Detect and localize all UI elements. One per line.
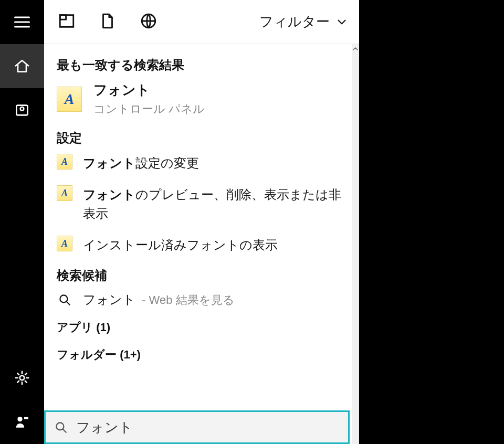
best-match-subtitle: コントロール パネル <box>93 101 205 117</box>
best-match-title: フォント <box>93 81 205 99</box>
camera-icon <box>14 102 30 119</box>
filter-dropdown[interactable]: フィルター <box>259 13 349 31</box>
svg-point-2 <box>20 376 25 380</box>
search-input-value: フォント <box>76 418 133 437</box>
filter-label: フィルター <box>259 13 330 31</box>
section-header-best-match: 最も一致する検索結果 <box>57 57 352 73</box>
home-button[interactable] <box>0 44 44 88</box>
tab-web[interactable] <box>140 12 158 32</box>
home-icon <box>14 58 30 75</box>
search-input[interactable]: フォント <box>44 410 350 444</box>
search-panel-top: フィルター <box>44 0 359 44</box>
search-panel: フィルター 最も一致する検索結果 A フォント コントロール パネル <box>44 0 359 444</box>
web-suggestion-query: フォント <box>83 292 135 306</box>
chevron-down-icon <box>335 15 349 29</box>
svg-rect-4 <box>24 417 28 419</box>
apps-tab-icon <box>58 12 76 30</box>
person-icon <box>14 414 30 430</box>
hamburger-icon <box>13 13 32 31</box>
settings-item-bold: フォント <box>83 187 135 202</box>
settings-item-0[interactable]: A フォント設定の変更 <box>57 154 352 173</box>
svg-rect-6 <box>60 15 66 19</box>
account-button[interactable] <box>0 400 44 444</box>
section-header-suggestions: 検索候補 <box>57 267 352 284</box>
category-apps-count: (1) <box>96 321 110 334</box>
search-results-body: 最も一致する検索結果 A フォント コントロール パネル 設定 A フォント設定… <box>44 44 359 444</box>
best-match-result[interactable]: A フォント コントロール パネル <box>57 81 352 117</box>
category-apps[interactable]: アプリ (1) <box>57 320 352 335</box>
category-apps-label: アプリ <box>57 321 93 334</box>
font-item-icon: A <box>57 185 72 201</box>
document-tab-icon <box>99 12 117 30</box>
settings-item-2[interactable]: A インストール済みフォントの表示 <box>57 236 352 255</box>
category-folders[interactable]: フォルダー (1+) <box>57 347 352 363</box>
gear-icon <box>14 369 30 386</box>
fonts-folder-icon: A <box>57 87 82 112</box>
web-tab-icon <box>140 12 158 30</box>
tab-apps[interactable] <box>58 12 76 32</box>
search-icon <box>53 419 69 435</box>
web-suggestion-suffix: - Web 結果を見る <box>139 293 235 306</box>
category-folders-count: (1+) <box>120 348 141 361</box>
web-suggestion[interactable]: フォント - Web 結果を見る <box>57 291 352 308</box>
tab-documents[interactable] <box>99 12 117 32</box>
settings-item-bold: フォント <box>83 156 135 170</box>
menu-button[interactable] <box>0 0 44 44</box>
font-item-icon: A <box>57 154 72 170</box>
category-folders-label: フォルダー <box>57 348 117 361</box>
scrollbar-up[interactable] <box>352 44 359 54</box>
settings-item-1[interactable]: A フォントのプレビュー、削除、表示または非表示 <box>57 185 352 223</box>
timeline-button[interactable] <box>0 88 44 132</box>
font-item-icon: A <box>57 236 72 251</box>
svg-point-1 <box>20 107 24 111</box>
svg-point-3 <box>17 417 22 421</box>
chevron-up-icon <box>353 46 358 51</box>
settings-item-rest: インストール済みフォントの表示 <box>83 238 278 252</box>
start-rail <box>0 0 44 444</box>
search-icon <box>57 292 72 308</box>
settings-item-rest: 設定の変更 <box>135 156 199 170</box>
scrollbar[interactable] <box>352 44 359 444</box>
settings-button[interactable] <box>0 356 44 400</box>
section-header-settings: 設定 <box>57 130 352 146</box>
